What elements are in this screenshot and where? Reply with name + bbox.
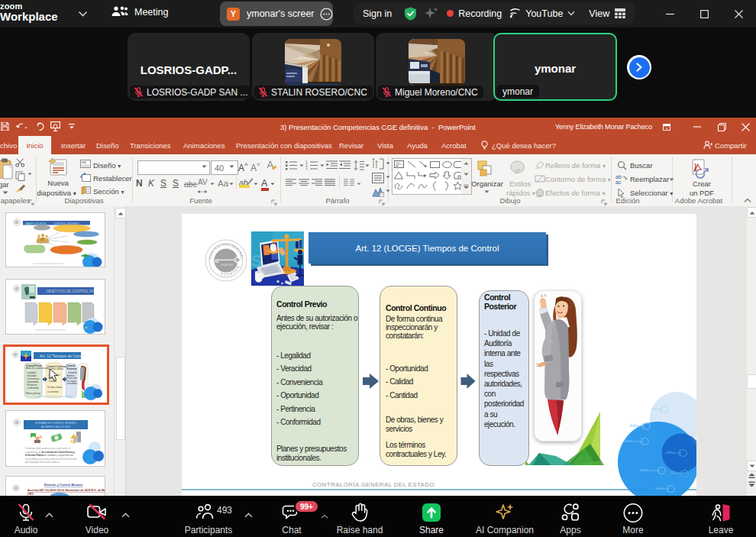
svg-text:Emisión y Control Alcance: Emisión y Control Alcance bbox=[44, 483, 83, 487]
svg-text:- Unidad de: - Unidad de bbox=[67, 371, 78, 374]
svg-text:- Conveniencia: - Conveniencia bbox=[26, 377, 40, 380]
svg-text:3: 3 bbox=[305, 167, 308, 171]
svg-text:GADP LOS RIOS: GADP LOS RIOS bbox=[25, 222, 47, 225]
svg-text:CONTROL INTERNO: CONTROL INTERNO bbox=[53, 222, 79, 225]
svg-text:Antes de su autorización: Antes de su autorización bbox=[26, 367, 48, 370]
svg-text:la Gestión Pública de enti: la Gestión Pública de entidades y organi… bbox=[25, 454, 73, 457]
svg-text:Acuerdo 047-CG-2019 (14 de Nov: Acuerdo 047-CG-2019 (14 de Noviembre de … bbox=[27, 489, 105, 492]
svg-text:NORMAS DE CONTROL INTERNO: NORMAS DE CONTROL INTERNO bbox=[35, 422, 76, 425]
svg-text:02 DE 1927: 02 DE 1927 bbox=[221, 264, 234, 267]
svg-text:Los términos: Los términos bbox=[47, 390, 60, 393]
svg-text:- Conformidad: - Conformidad bbox=[26, 387, 39, 390]
svg-text:Auditoría: Auditoría bbox=[67, 374, 76, 377]
svg-text:Posterior: Posterior bbox=[67, 367, 78, 370]
svg-text:Art. 12 Tiempos de Control: Art. 12 Tiempos de Control bbox=[40, 354, 85, 358]
svg-text:ac: ac bbox=[615, 180, 622, 184]
svg-text:- Veracidad: - Veracidad bbox=[26, 374, 37, 377]
svg-text:ACUERDO 404-CG-2021: ACUERDO 404-CG-2021 bbox=[41, 425, 71, 429]
svg-text:cumplimiento de las sistemas: cumplimiento de las sistemas de Control … bbox=[25, 451, 76, 454]
svg-text:sector público y personas jurí: sector público y personas jurídicas de d… bbox=[25, 458, 77, 461]
svg-text:las respect.: las respect. bbox=[67, 380, 78, 383]
svg-text:Control Continuo: Control Continuo bbox=[47, 365, 66, 368]
svg-text:que dispongan de recursos públ: que dispongan de recursos públicos. bbox=[25, 461, 60, 464]
svg-text:De obras, bienes: De obras, bienes bbox=[47, 386, 63, 389]
svg-text:Control Previo: Control Previo bbox=[26, 364, 42, 367]
svg-text:interna ante: interna ante bbox=[67, 377, 78, 380]
svg-text:autoridades: autoridades bbox=[67, 382, 78, 385]
svg-text:- Pertinencia: - Pertinencia bbox=[26, 383, 37, 387]
svg-text:- Oportunidad: - Oportunidad bbox=[26, 380, 38, 383]
svg-text:- Legalidad: - Legalidad bbox=[26, 371, 36, 374]
svg-text:ab: ab bbox=[615, 174, 622, 180]
svg-text:OBJETIVOS DE CONTROL INT.: OBJETIVOS DE CONTROL INT. bbox=[46, 290, 95, 293]
svg-text:Tienen por objeto propiciar co: Tienen por objeto propiciar con su aplic… bbox=[25, 447, 71, 450]
svg-text:Planes y presup.: Planes y presup. bbox=[26, 392, 41, 395]
